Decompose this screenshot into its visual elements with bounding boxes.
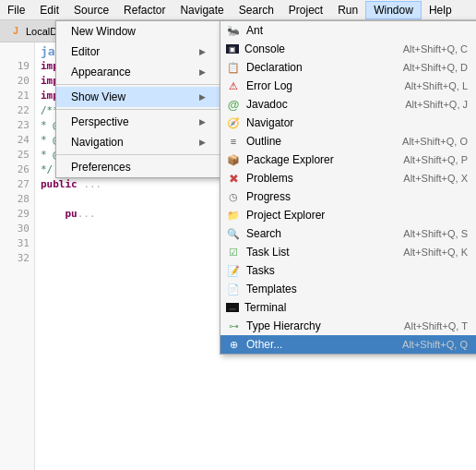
line-numbers: 19 20 21 22 23 24 25 26 27 28 29 30 31 3… — [0, 42, 35, 470]
menu-window[interactable]: Window — [365, 1, 422, 19]
package-explorer-icon: 📦 — [226, 152, 241, 167]
submenu-progress[interactable]: ◷ Progress — [220, 187, 476, 206]
submenu-javadoc[interactable]: @ Javadoc Alt+Shift+Q, J — [220, 95, 476, 114]
task-list-icon: ☑ — [226, 245, 241, 259]
line-num-19: 19 — [0, 59, 34, 74]
terminal-icon: ▬ — [226, 303, 239, 312]
project-explorer-icon: 📁 — [226, 208, 241, 223]
type-hierarchy-icon: ⊶ — [226, 319, 241, 333]
ant-icon: 🐜 — [226, 23, 241, 38]
tasks-icon: 📝 — [226, 263, 241, 278]
menu-help[interactable]: Help — [422, 2, 459, 18]
submenu-console[interactable]: ▣ Console Alt+Shift+Q, C — [220, 40, 476, 58]
separator-2 — [56, 109, 220, 110]
search-icon: 🔍 — [226, 226, 241, 241]
line-num-27: 27 — [0, 177, 34, 192]
submenu-project-explorer[interactable]: 📁 Project Explorer — [220, 206, 476, 224]
submenu-search[interactable]: 🔍 Search Alt+Shift+Q, S — [220, 224, 476, 243]
menu-search[interactable]: Search — [232, 2, 281, 18]
other-icon: ⊕ — [226, 337, 241, 352]
progress-icon: ◷ — [226, 189, 241, 204]
menu-appearance[interactable]: Appearance — [56, 62, 220, 82]
submenu-navigator[interactable]: 🧭 Navigator — [220, 114, 476, 132]
error-log-icon: ⚠ — [226, 78, 241, 93]
menu-file[interactable]: File — [0, 2, 32, 18]
show-view-submenu: 🐜 Ant ▣ Console Alt+Shift+Q, C 📋 Declara… — [220, 20, 476, 355]
line-num-28: 28 — [0, 192, 34, 207]
menu-run[interactable]: Run — [330, 2, 365, 18]
separator-3 — [56, 154, 220, 155]
submenu-declaration[interactable]: 📋 Declaration Alt+Shift+Q, D — [220, 58, 476, 77]
submenu-type-hierarchy[interactable]: ⊶ Type Hierarchy Alt+Shift+Q, T — [220, 317, 476, 335]
menu-new-window[interactable]: New Window — [56, 21, 220, 42]
line-num-31: 31 — [0, 236, 34, 251]
console-icon: ▣ — [226, 44, 239, 54]
line-num-20: 20 — [0, 74, 34, 89]
submenu-terminal[interactable]: ▬ Terminal — [220, 298, 476, 317]
line-num-top — [0, 44, 34, 59]
templates-icon: 📄 — [226, 282, 241, 296]
submenu-other[interactable]: ⊕ Other... Alt+Shift+Q, Q — [220, 335, 476, 354]
javadoc-icon: @ — [226, 97, 241, 112]
separator-1 — [56, 84, 220, 85]
window-dropdown: New Window Editor Appearance Show View P… — [55, 20, 221, 178]
declaration-icon: 📋 — [226, 60, 241, 75]
java-file-icon: J — [9, 25, 22, 38]
submenu-package-explorer[interactable]: 📦 Package Explorer Alt+Shift+Q, P — [220, 151, 476, 169]
outline-icon: ≡ — [226, 134, 241, 149]
menu-show-view[interactable]: Show View — [56, 87, 220, 107]
line-num-30: 30 — [0, 222, 34, 236]
line-num-29: 29 — [0, 207, 34, 222]
navigator-icon: 🧭 — [226, 115, 241, 130]
line-num-32: 32 — [0, 251, 34, 266]
submenu-ant[interactable]: 🐜 Ant — [220, 21, 476, 40]
menu-navigation[interactable]: Navigation — [56, 132, 220, 152]
menu-source[interactable]: Source — [66, 2, 116, 18]
submenu-task-list[interactable]: ☑ Task List Alt+Shift+Q, K — [220, 243, 476, 261]
line-num-22: 22 — [0, 103, 34, 118]
submenu-problems[interactable]: ✖ Problems Alt+Shift+Q, X — [220, 169, 476, 187]
line-num-21: 21 — [0, 89, 34, 103]
menu-refactor[interactable]: Refactor — [116, 2, 173, 18]
menu-navigate[interactable]: Navigate — [173, 2, 231, 18]
menu-project[interactable]: Project — [281, 2, 330, 18]
submenu-error-log[interactable]: ⚠ Error Log Alt+Shift+Q, L — [220, 77, 476, 95]
line-num-25: 25 — [0, 148, 34, 163]
menubar: File Edit Source Refactor Navigate Searc… — [0, 0, 476, 20]
menu-editor[interactable]: Editor — [56, 42, 220, 62]
submenu-templates[interactable]: 📄 Templates — [220, 280, 476, 298]
submenu-outline[interactable]: ≡ Outline Alt+Shift+Q, O — [220, 132, 476, 151]
menu-perspective[interactable]: Perspective — [56, 112, 220, 132]
menu-preferences[interactable]: Preferences — [56, 157, 220, 177]
line-num-26: 26 — [0, 163, 34, 177]
line-num-24: 24 — [0, 133, 34, 148]
submenu-tasks[interactable]: 📝 Tasks — [220, 261, 476, 280]
menu-edit[interactable]: Edit — [32, 2, 66, 18]
problems-icon: ✖ — [226, 171, 241, 186]
line-num-23: 23 — [0, 118, 34, 133]
